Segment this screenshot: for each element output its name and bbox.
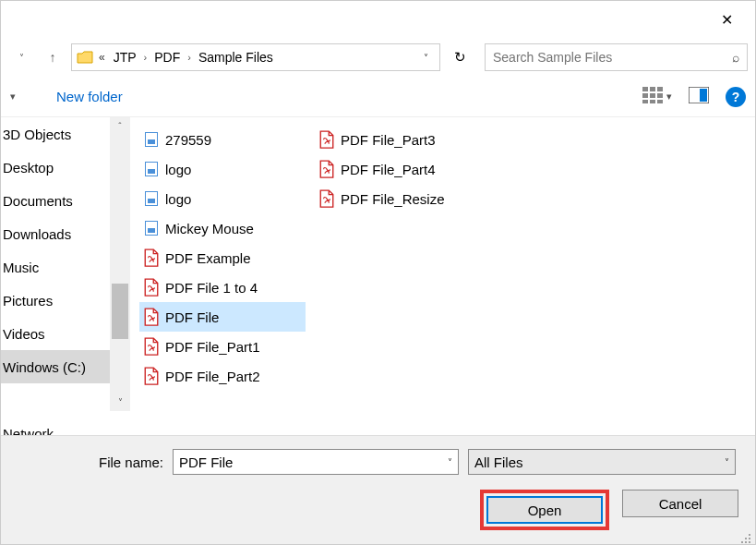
refresh-button[interactable]: ↻ xyxy=(446,43,474,71)
svg-point-12 xyxy=(745,538,747,539)
file-item[interactable]: logo xyxy=(139,154,306,184)
scroll-down-icon[interactable]: ˅ xyxy=(110,393,130,411)
chevron-right-icon: › xyxy=(142,52,150,63)
image-file-icon xyxy=(143,161,160,177)
pdf-file-icon xyxy=(143,338,160,355)
sidebar-item[interactable]: Desktop xyxy=(1,151,110,184)
file-item[interactable]: 279559 xyxy=(139,125,306,154)
view-mode-button[interactable]: ▾ xyxy=(642,87,672,107)
filename-input[interactable]: PDF File ˅ xyxy=(173,449,459,475)
breadcrumb-item[interactable]: PDF xyxy=(150,50,184,65)
sidebar-item[interactable] xyxy=(1,383,110,417)
breadcrumb[interactable]: « JTP › PDF › Sample Files ˅ xyxy=(71,43,440,71)
image-file-icon xyxy=(143,131,160,148)
sidebar-item[interactable]: Music xyxy=(1,250,110,284)
svg-rect-8 xyxy=(657,100,663,103)
svg-point-13 xyxy=(749,538,750,539)
sidebar: 3D ObjectsDesktopDocumentsDownloadsMusic… xyxy=(1,117,130,468)
file-item[interactable]: PDF File_Part3 xyxy=(315,125,481,154)
breadcrumb-dropdown[interactable]: ˅ xyxy=(416,53,436,63)
breadcrumb-prefix: « xyxy=(96,51,108,64)
help-button[interactable]: ? xyxy=(726,87,746,107)
image-file-icon xyxy=(143,220,160,236)
main-area: 3D ObjectsDesktopDocumentsDownloadsMusic… xyxy=(1,117,755,468)
sidebar-scrollbar[interactable]: ˆ ˅ xyxy=(110,117,130,411)
navigation-bar: ˅ ↑ « JTP › PDF › Sample Files ˅ ↻ ⌕ xyxy=(1,38,755,77)
pdf-file-icon xyxy=(318,161,335,177)
svg-point-11 xyxy=(749,534,750,536)
nav-up-button[interactable]: ↑ xyxy=(40,44,66,70)
file-item[interactable]: PDF File_Part4 xyxy=(315,154,481,184)
file-item[interactable]: PDF File_Part2 xyxy=(139,361,306,391)
file-name: PDF File_Part4 xyxy=(341,162,436,177)
pdf-file-icon xyxy=(143,368,160,384)
file-name: PDF File_Part3 xyxy=(341,132,436,148)
help-icon: ? xyxy=(732,90,740,104)
sidebar-item[interactable]: Documents xyxy=(1,184,110,217)
scroll-up-icon[interactable]: ˆ xyxy=(110,117,130,136)
svg-rect-5 xyxy=(657,93,663,98)
open-button[interactable]: Open xyxy=(486,496,603,524)
list-view-icon xyxy=(642,87,663,107)
svg-rect-6 xyxy=(642,100,648,103)
toolbar: ▾ New folder ▾ ? xyxy=(1,77,755,117)
file-name: 279559 xyxy=(165,132,211,148)
search-box[interactable]: ⌕ xyxy=(485,43,748,71)
chevron-right-icon: › xyxy=(186,52,193,63)
file-name: PDF Example xyxy=(165,250,251,266)
file-name: PDF File_Resize xyxy=(341,191,445,207)
file-item[interactable]: PDF File_Resize xyxy=(315,184,481,213)
chevron-down-icon[interactable]: ˅ xyxy=(448,457,452,467)
open-button-highlight: Open xyxy=(480,490,609,530)
chevron-down-icon: ˅ xyxy=(19,53,24,63)
image-file-icon xyxy=(143,190,160,207)
history-dropdown[interactable]: ˅ xyxy=(8,44,34,70)
svg-point-14 xyxy=(741,541,743,543)
sidebar-item[interactable]: Videos xyxy=(1,317,110,350)
arrow-up-icon: ↑ xyxy=(50,50,56,65)
chevron-down-icon: ▾ xyxy=(666,91,672,103)
close-button[interactable]: ✕ xyxy=(706,6,748,33)
organize-dropdown[interactable]: ▾ xyxy=(10,91,16,103)
file-item[interactable]: PDF File xyxy=(139,302,306,332)
refresh-icon: ↻ xyxy=(454,49,466,66)
file-item[interactable]: PDF Example xyxy=(139,243,306,272)
folder-icon xyxy=(76,49,94,66)
scroll-thumb[interactable] xyxy=(112,284,128,339)
svg-rect-3 xyxy=(642,93,648,98)
filename-label: File name: xyxy=(16,454,163,470)
breadcrumb-item[interactable]: JTP xyxy=(110,50,140,65)
filename-value: PDF File xyxy=(179,454,448,470)
resize-grip[interactable] xyxy=(740,531,751,542)
filter-label: All Files xyxy=(474,454,523,470)
close-icon: ✕ xyxy=(721,11,733,29)
sidebar-item[interactable]: Pictures xyxy=(1,284,110,317)
file-item[interactable]: PDF File_Part1 xyxy=(139,332,306,361)
svg-rect-7 xyxy=(650,100,655,103)
file-name: Mickey Mouse xyxy=(165,221,254,236)
sidebar-item[interactable]: Windows (C:) xyxy=(1,350,110,383)
breadcrumb-item[interactable]: Sample Files xyxy=(195,50,277,65)
preview-pane-button[interactable] xyxy=(689,87,709,107)
svg-point-16 xyxy=(749,541,750,543)
pdf-file-icon xyxy=(143,279,160,296)
pdf-file-icon xyxy=(318,131,335,148)
sidebar-item[interactable]: Downloads xyxy=(1,217,110,250)
pdf-file-icon xyxy=(318,190,335,207)
file-name: logo xyxy=(165,191,191,207)
svg-rect-4 xyxy=(650,93,655,98)
file-type-filter[interactable]: All Files ˅ xyxy=(468,449,736,475)
file-name: logo xyxy=(165,162,191,177)
search-input[interactable] xyxy=(493,50,732,65)
file-name: PDF File_Part2 xyxy=(165,369,260,384)
search-icon[interactable]: ⌕ xyxy=(732,50,739,65)
new-folder-button[interactable]: New folder xyxy=(29,89,123,104)
file-item[interactable]: logo xyxy=(139,184,306,213)
file-item[interactable]: PDF File 1 to 4 xyxy=(139,272,306,302)
cancel-button[interactable]: Cancel xyxy=(622,490,738,517)
sidebar-item[interactable]: 3D Objects xyxy=(1,117,110,151)
chevron-down-icon: ˅ xyxy=(725,457,729,467)
file-item[interactable]: Mickey Mouse xyxy=(139,213,306,243)
file-list[interactable]: 279559logologoMickey MousePDF ExamplePDF… xyxy=(130,117,755,468)
titlebar: ✕ xyxy=(1,1,755,38)
